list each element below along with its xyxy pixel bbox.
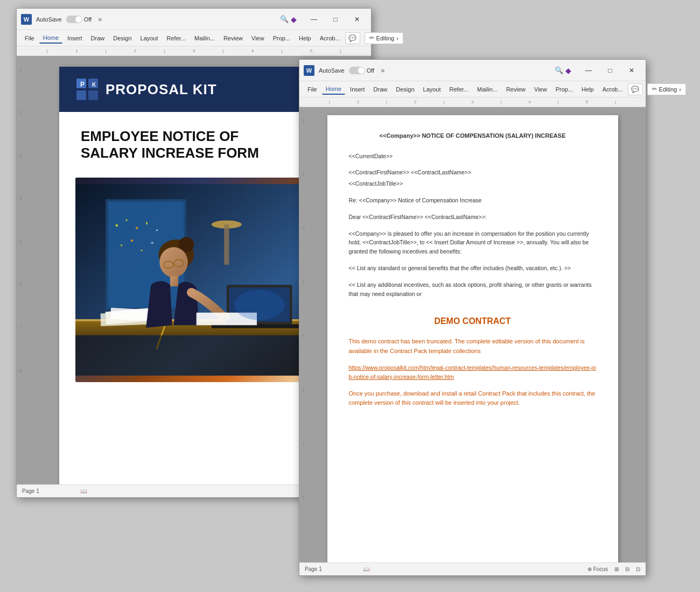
window-controls-front: — □ ✕ — [579, 64, 641, 77]
comment-btn-back[interactable]: 💬 — [345, 32, 360, 44]
ribbon-tab-prop-back[interactable]: Prop... — [269, 33, 294, 43]
svg-rect-16 — [141, 250, 143, 251]
ribbon-tab-help-front[interactable]: Help — [578, 84, 598, 94]
ribbon-tab-insert-front[interactable]: Insert — [346, 84, 369, 94]
ruler-back: |1|2|3|4|5| — [17, 46, 371, 56]
left-margin-back: 12345678 — [19, 67, 22, 373]
title-bar-front: W AutoSave Off » 🔍 ◆ — □ ✕ — [299, 60, 646, 81]
svg-text:P: P — [80, 81, 85, 88]
ribbon-tab-help-back[interactable]: Help — [295, 33, 315, 43]
editing-chevron-front: › — [679, 86, 681, 93]
document-title: <<Company>> NOTICE OF COMPENSATION (SALA… — [349, 131, 597, 141]
ribbon-tab-review-back[interactable]: Review — [220, 33, 247, 43]
body-para-2: << List any standard or general benefits… — [349, 264, 597, 273]
read-icon-front: 📖 — [363, 566, 369, 572]
close-btn-back[interactable]: ✕ — [347, 13, 367, 26]
layout-icon-front[interactable]: ⊞ — [614, 566, 619, 572]
svg-point-39 — [234, 290, 285, 320]
ribbon-tab-ref-front[interactable]: Refer... — [446, 84, 472, 94]
logo-icon: P K — [75, 77, 99, 101]
maximize-btn-front[interactable]: □ — [600, 64, 620, 77]
svg-rect-14 — [121, 245, 122, 246]
re-line: Re: <<Company>> Notice of Compensation I… — [349, 196, 597, 205]
office-illustration — [75, 178, 312, 382]
comment-btn-front[interactable]: 💬 — [628, 83, 643, 95]
cover-image — [75, 178, 312, 382]
ribbon-tab-review-front[interactable]: Review — [502, 84, 529, 94]
ribbon-tab-view-back[interactable]: View — [248, 33, 268, 43]
autosave-toggle-front[interactable]: Off — [349, 67, 374, 74]
demo-contract-title: DEMO CONTRACT — [349, 314, 597, 328]
autosave-label-back: AutoSave — [36, 16, 62, 23]
recipient-title: <<ContractJobTitle>> — [349, 179, 597, 188]
title-bar-back: W AutoSave Off » 🔍 ◆ — □ ✕ — [17, 9, 371, 30]
minimize-btn-back[interactable]: — — [304, 13, 324, 26]
layout2-icon-front[interactable]: ⊟ — [625, 566, 629, 572]
ribbon-tab-layout-back[interactable]: Layout — [137, 33, 162, 43]
svg-rect-3 — [88, 90, 98, 100]
body-para-3: << List any additional incentives, such … — [349, 280, 597, 299]
document-page: <<Company>> NOTICE OF COMPENSATION (SALA… — [327, 115, 618, 562]
editing-btn-back[interactable]: ✏ Editing › — [365, 32, 403, 44]
focus-label-front[interactable]: ⊕ Focus — [587, 566, 608, 572]
logo-text: Proposal Kit — [106, 81, 217, 98]
layout3-icon-front[interactable]: ⊡ — [636, 566, 640, 572]
close-btn-front[interactable]: ✕ — [622, 64, 641, 77]
ribbon-tab-mail-back[interactable]: Mailin... — [191, 33, 219, 43]
ribbon-tab-acro-back[interactable]: Acrob... — [316, 33, 344, 43]
search-icon-front[interactable]: 🔍 — [552, 64, 565, 77]
ruler-front: |1|2|3|4|5| — [299, 97, 646, 107]
doc-content: <<Company>> NOTICE OF COMPENSATION (SALA… — [327, 115, 618, 432]
ribbon-tab-draw-front[interactable]: Draw — [370, 84, 391, 94]
ribbon-tab-layout-front[interactable]: Layout — [419, 84, 445, 94]
word-icon-back: W — [21, 14, 32, 25]
recipient-name: <<ContractFirstName>> <<ContractLastName… — [349, 168, 597, 177]
editing-label-front: Editing — [659, 86, 677, 93]
pencil-icon-front: ✏ — [652, 86, 657, 93]
proposal-kit-logo: P K Proposal Kit — [75, 77, 217, 101]
word-icon-front: W — [304, 65, 314, 76]
editing-label-back: Editing — [376, 35, 395, 41]
ribbon-tab-view-front[interactable]: View — [530, 84, 551, 94]
pencil-icon-back: ✏ — [369, 34, 374, 41]
ribbon-tab-prop-front[interactable]: Prop... — [552, 84, 577, 94]
svg-rect-35 — [170, 277, 178, 287]
svg-text:K: K — [92, 82, 96, 88]
ribbon-tab-acro-front[interactable]: Acrob... — [599, 84, 627, 94]
ribbon-tab-file-front[interactable]: File — [304, 84, 321, 94]
ribbon-tab-insert-back[interactable]: Insert — [64, 33, 86, 43]
editing-btn-front[interactable]: ✏ Editing › — [647, 83, 686, 95]
demo-link[interactable]: https://www.proposalkit.com/htm/legal-co… — [349, 363, 597, 382]
svg-rect-2 — [76, 90, 86, 100]
demo-para-1: This demo contract has been truncated. T… — [349, 337, 597, 356]
autosave-label-front: AutoSave — [319, 67, 345, 74]
ribbon-tab-draw-back[interactable]: Draw — [87, 33, 109, 43]
autosave-toggle-back[interactable]: Off — [66, 16, 92, 23]
toggle-off-front: Off — [367, 67, 374, 74]
svg-rect-10 — [126, 220, 128, 221]
minimize-btn-front[interactable]: — — [579, 64, 598, 77]
ribbon-tab-file-back[interactable]: File — [21, 33, 38, 43]
maximize-btn-back[interactable]: □ — [326, 13, 345, 26]
title-chevrons-back: » — [98, 15, 102, 23]
title-chevrons-front: » — [381, 66, 384, 74]
current-date-field: <<CurrentDate>> — [349, 152, 597, 161]
ribbon-tab-home-front[interactable]: Home — [322, 84, 345, 95]
cover-page: P K Proposal Kit Employee Notice of Sala… — [59, 67, 328, 484]
ribbon-front: File Home Insert Draw Design Layout Refe… — [299, 81, 646, 97]
page-num-front: Page 1 — [305, 566, 322, 572]
search-icon-back[interactable]: 🔍 — [278, 13, 291, 26]
svg-rect-19 — [224, 224, 229, 265]
ribbon-tab-design-front[interactable]: Design — [392, 84, 418, 94]
ribbon-tab-mail-front[interactable]: Mailin... — [473, 84, 501, 94]
cover-title: Employee Notice of Salary Increase Form — [59, 112, 328, 172]
body-para-1: <<Company>> is pleased to offer you an i… — [349, 229, 597, 256]
page-num-back: Page 1 — [22, 488, 39, 494]
ribbon-tab-design-back[interactable]: Design — [109, 33, 135, 43]
ribbon-tab-ref-back[interactable]: Refer... — [163, 33, 190, 43]
svg-rect-12 — [146, 222, 148, 225]
diamond-icon-back: ◆ — [291, 15, 297, 24]
svg-rect-40 — [75, 335, 312, 376]
diamond-icon-front: ◆ — [565, 66, 571, 75]
ribbon-tab-home-back[interactable]: Home — [39, 33, 62, 44]
